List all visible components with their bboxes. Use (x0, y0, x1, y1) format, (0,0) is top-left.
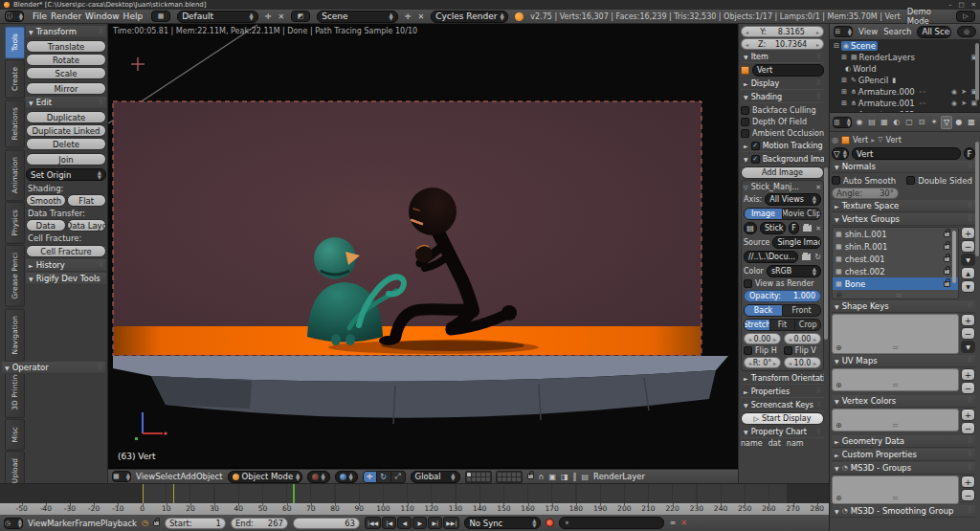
restrict-icons[interactable]: ◉ ➤ ▣ (951, 111, 978, 112)
start-frame-field[interactable]: Start:1 (165, 518, 226, 529)
offset-x-field[interactable]: ◂0.00▸ (744, 333, 781, 344)
info-editor-icon[interactable]: ⓘ▲▼ (5, 11, 24, 22)
current-frame-field[interactable]: 63 (293, 518, 360, 529)
panel-vertex-colors[interactable]: Vertex Colors⠿ (832, 395, 975, 408)
lock-icon[interactable] (944, 269, 950, 275)
object-name-field[interactable]: Vert (752, 64, 824, 77)
insert-keyframe-icon[interactable]: ∞ (669, 519, 676, 527)
panel-geometry-data[interactable]: Geometry Data⠿ (832, 435, 975, 448)
panel-transform-orientations[interactable]: Transform Orientations (741, 372, 824, 385)
vertex-group-item[interactable]: ▦ shin.L.001 (833, 228, 958, 240)
tool-shelf-tab[interactable]: Navigation (5, 308, 25, 362)
checkbox-icon[interactable] (741, 106, 749, 115)
outliner-display-dropdown[interactable]: All Scenes▲▼ (917, 26, 951, 38)
tool-shelf-tab[interactable]: Upload (5, 451, 25, 483)
image-datablock-field[interactable]: Stick_ (760, 222, 786, 234)
lock-icon[interactable] (944, 244, 950, 250)
fake-user-button[interactable]: F (964, 147, 975, 160)
keying-set-field[interactable]: ✶ (559, 517, 664, 529)
axis-dropdown[interactable]: All Views▲▼ (765, 193, 821, 206)
screen-layout-icon[interactable]: ▦ (151, 11, 170, 22)
vertex-group-item[interactable]: ▦ Bone (833, 277, 958, 290)
expand-icon[interactable]: ⊟ (834, 42, 839, 50)
record-button[interactable] (546, 519, 554, 527)
data-layout-button[interactable]: Data Layo (67, 219, 107, 232)
auto-smooth-checkbox[interactable] (832, 176, 840, 185)
mesh-name-field[interactable]: Vert (852, 147, 961, 160)
keyframe-marker[interactable] (173, 484, 174, 504)
panel-motion-tracking[interactable]: Motion Tracking (741, 140, 824, 152)
screen-layout-selector[interactable]: Default▲▼ (177, 11, 258, 23)
remove-group-button[interactable]: − (961, 240, 975, 253)
location-z-field[interactable]: ◂Z:10.7364▸ (741, 38, 824, 50)
timeline-menu[interactable]: View (28, 519, 47, 528)
scene-delete-icon[interactable]: ✕ (418, 12, 425, 21)
expand-icon[interactable]: ⊞ (841, 77, 847, 84)
panel-display[interactable]: Display⠿ (741, 77, 824, 90)
outliner-row[interactable]: ⊞ ⋔ Armature.001 ◦◦ ◉ ➤ ▣ (832, 98, 978, 109)
scene-selector[interactable]: Scene▲▼ (317, 11, 398, 23)
properties-tab[interactable]: ◐ (891, 116, 902, 129)
vertex-group-item[interactable]: ▦ shin.R.001 (833, 240, 958, 253)
remove-shape-key-button[interactable]: − (961, 327, 975, 340)
properties-editor-icon[interactable]: ▥▲▼ (833, 117, 852, 128)
end-frame-field[interactable]: End:267 (231, 518, 288, 529)
unlink-image-icon[interactable]: ✕ (815, 225, 821, 232)
join-button[interactable]: Join (26, 153, 106, 166)
restrict-icons[interactable]: ◉ ➤ ▣ (951, 100, 978, 107)
motion-tracking-checkbox[interactable] (751, 142, 760, 150)
move-group-up-button[interactable]: ▲ (961, 267, 975, 279)
checkbox-icon[interactable] (741, 129, 749, 138)
render-anim-icon[interactable]: ◨ (561, 473, 568, 481)
group-specials-menu[interactable]: ▼ (961, 254, 975, 266)
expand-icon[interactable]: ⊞ (841, 100, 847, 107)
shading-checkbox-row[interactable]: Depth Of Field (741, 116, 824, 127)
panel-shape-keys[interactable]: Shape Keys⠿ (832, 300, 975, 313)
data-button[interactable]: Data (26, 219, 66, 232)
panel-vertex-groups[interactable]: Vertex Groups⠿ (832, 213, 975, 226)
properties-tab[interactable]: ● (953, 116, 965, 129)
shading-selector[interactable]: ▲▼ (307, 471, 330, 483)
panel-background-images[interactable]: Background Images (741, 153, 824, 166)
open-image-icon[interactable] (802, 224, 813, 232)
vertex-group-item[interactable]: ▦ chest.002 (833, 265, 958, 277)
panel-ms3d-groups[interactable]: ◔ MS3D - Groups⠿ (832, 462, 975, 475)
close-button[interactable]: ✕ (971, 1, 976, 9)
stretch-toggle[interactable]: Stretch (744, 319, 770, 331)
tab-image[interactable]: Image (744, 208, 783, 220)
fit-toggle[interactable]: Fit (770, 319, 796, 331)
remove-ms3d-group-button[interactable]: − (961, 489, 975, 501)
move-group-down-button[interactable]: ▼ (961, 280, 975, 293)
mirror-button[interactable]: Mirror (26, 82, 106, 95)
set-origin-dropdown[interactable]: Set Origin▲▼ (26, 168, 106, 181)
add-ms3d-group-button[interactable]: + (961, 476, 975, 488)
properties-scrollbar[interactable] (975, 142, 979, 256)
list-scrollbar[interactable] (952, 231, 956, 283)
vertex-group-item[interactable]: ▦ chest.001 (833, 253, 958, 265)
color-space-dropdown[interactable]: sRGB▲▼ (767, 265, 821, 277)
expand-icon[interactable]: ⊞ (841, 111, 847, 112)
timeline-editor-icon[interactable]: ◷▲▼ (4, 518, 23, 529)
transport-button[interactable]: ▶▶| (443, 517, 459, 529)
pause-icon[interactable]: ‖ (573, 473, 577, 481)
panel-properties[interactable]: Properties⠿ (741, 386, 824, 398)
outliner-row[interactable]: ⊞ ✎ GPencil ▮ (832, 75, 978, 86)
panel-custom-properties[interactable]: Custom Properties⠿ (832, 449, 975, 461)
npanel-scrollbar[interactable] (824, 167, 828, 340)
edit-tool-button[interactable]: Duplicate Linked (26, 124, 106, 137)
panel-property-chart[interactable]: Property Chart⠿ (741, 426, 824, 438)
smooth-button[interactable]: Smooth (26, 194, 66, 207)
scale-manipulator-icon[interactable]: ⤢ (391, 471, 406, 483)
expand-corner-icon[interactable]: ⊕ (835, 290, 842, 299)
outliner-editor-icon[interactable]: ☰▲▼ (834, 26, 853, 37)
tool-shelf-tab[interactable]: Misc (5, 419, 25, 451)
properties-tab[interactable]: ▤ (866, 116, 878, 129)
size-field[interactable]: ◂10.0▸ (784, 357, 821, 368)
layer-buttons[interactable] (465, 471, 523, 483)
image-browse-icon[interactable]: ▤ (744, 222, 757, 234)
sync-mode-dropdown[interactable]: No Sync▲▼ (464, 517, 541, 529)
restrict-icons[interactable]: ◉ ➤ ▣ (951, 88, 978, 96)
info-menu[interactable]: Help (122, 11, 145, 21)
panel-rigify[interactable]: Rigify Dev Tools (26, 273, 106, 285)
edit-tool-button[interactable]: Delete (26, 138, 106, 150)
